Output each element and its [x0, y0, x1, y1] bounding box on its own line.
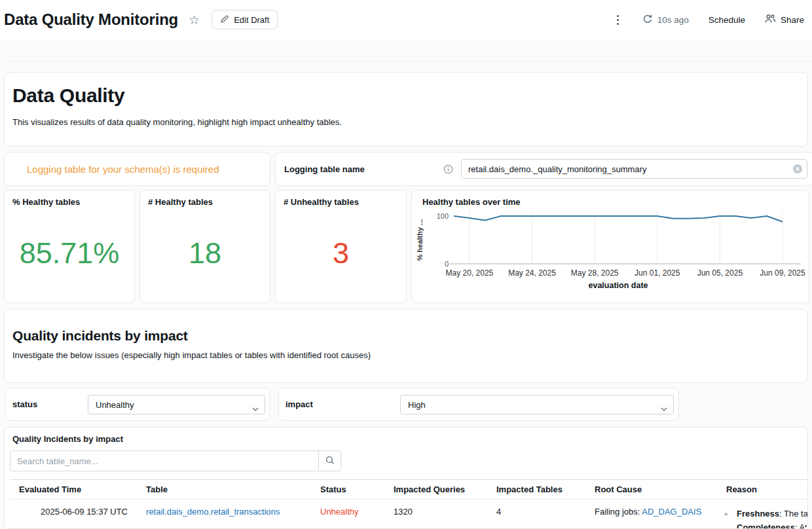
column-header[interactable]: Root Cause — [585, 480, 717, 499]
svg-text:% healthy ...: % healthy ... — [416, 219, 424, 261]
root-cause-text: Failing jobs: — [595, 507, 642, 517]
incidents-section-title: Quality incidents by impact — [12, 328, 800, 344]
kpi-card-num-unhealthy: # Unhealthy tables 3 — [275, 190, 407, 303]
kebab-menu-icon[interactable] — [613, 11, 623, 29]
status-filter-select[interactable]: Unhealthy — [88, 395, 265, 414]
edit-draft-label: Edit Draft — [234, 15, 269, 25]
svg-text:May 24, 2025: May 24, 2025 — [508, 268, 556, 278]
edit-draft-button[interactable]: Edit Draft — [212, 10, 278, 29]
search-button[interactable] — [319, 450, 341, 471]
logging-warning-text: Logging table for your schema(s) is requ… — [27, 164, 219, 175]
column-header[interactable]: Evaluated Time — [10, 480, 137, 499]
impact-filter-select[interactable]: High — [400, 395, 674, 414]
status-cell: Unhealthy — [311, 500, 384, 529]
impacted-tables-cell: 4 — [487, 500, 585, 529]
svg-text:May 20, 2025: May 20, 2025 — [446, 268, 494, 278]
column-header[interactable]: Table — [137, 480, 311, 499]
clear-input-icon[interactable] — [793, 164, 802, 173]
column-header[interactable]: Status — [311, 480, 384, 499]
reason-line: Completeness: At le — [737, 520, 808, 529]
svg-text:0: 0 — [445, 260, 449, 268]
refresh-status: 10s ago — [657, 15, 689, 25]
share-label: Share — [781, 15, 804, 25]
status-filter-card: status Unhealthy — [5, 388, 270, 421]
header-divider — [4, 61, 812, 62]
favorite-star-icon[interactable]: ☆ — [186, 11, 202, 29]
logging-table-input[interactable] — [461, 159, 807, 179]
refresh-button[interactable]: 10s ago — [642, 14, 689, 26]
refresh-icon — [642, 14, 653, 26]
incidents-table-card: Quality Incidents by impact Evaluated Ti… — [4, 427, 808, 529]
logging-table-card: Logging table name — [275, 152, 812, 186]
info-icon[interactable] — [443, 164, 453, 174]
page-title: Data Quality — [12, 84, 800, 107]
share-people-icon — [765, 14, 776, 26]
table-name-link[interactable]: retail.dais_demo.retail_transactions — [146, 507, 280, 517]
app-header: Data Quality Monitoring ☆ Edit Draft 10s… — [0, 0, 812, 39]
incidents-table: Evaluated Time Table Status Impacted Que… — [10, 479, 802, 529]
incidents-section-subtitle: Investigate the below issues (especially… — [12, 350, 800, 360]
column-header[interactable]: Reason — [717, 480, 808, 499]
incidents-section-card: Quality incidents by impact Investigate … — [4, 309, 808, 383]
dashboard-title: Data Quality Monitoring — [4, 10, 178, 29]
svg-text:evaluation date: evaluation date — [589, 281, 648, 290]
impact-filter-value: High — [408, 400, 426, 410]
svg-text:Jun 01, 2025: Jun 01, 2025 — [635, 268, 680, 278]
chevron-down-icon — [661, 403, 667, 413]
svg-text:100: 100 — [437, 212, 449, 220]
impact-filter-label: impact — [286, 399, 313, 409]
root-cause-cell: Failing jobs: AD_DAG_DAIS — [585, 500, 717, 529]
pencil-icon — [220, 14, 229, 26]
schedule-button[interactable]: Schedule — [709, 15, 745, 25]
share-button[interactable]: Share — [765, 14, 804, 26]
impact-filter-card: impact High — [278, 388, 679, 421]
column-header[interactable]: Impacted Tables — [487, 480, 585, 499]
expand-caret-icon[interactable]: ▸ — [725, 507, 728, 520]
logging-warning-card: Logging table for your schema(s) is requ… — [4, 152, 270, 186]
table-header-row: Evaluated Time Table Status Impacted Que… — [10, 479, 808, 500]
root-cause-job-link[interactable]: AD_DAG_DAIS — [642, 507, 701, 517]
reason-line: Freshness: The table — [737, 507, 808, 520]
table-search-input[interactable] — [10, 450, 319, 471]
table-row: 2025-06-09 15:37 UTC retail.dais_demo.re… — [10, 500, 808, 529]
status-filter-value: Unhealthy — [96, 400, 134, 410]
kpi-value: 3 — [276, 204, 406, 302]
kpi-card-num-healthy: # Healthy tables 18 — [139, 190, 270, 303]
intro-card: Data Quality This visualizes results of … — [4, 72, 808, 147]
page-description: This visualizes results of data quality … — [12, 117, 800, 127]
svg-text:Jun 05, 2025: Jun 05, 2025 — [697, 268, 743, 278]
logging-field-label: Logging table name — [284, 164, 443, 174]
table-search — [10, 450, 802, 471]
chevron-down-icon — [252, 403, 259, 413]
impacted-queries-cell: 1320 — [384, 500, 487, 529]
kpi-card-pct-healthy: % Healthy tables 85.71% — [4, 190, 135, 303]
svg-text:Jun 09, 2025: Jun 09, 2025 — [760, 268, 805, 278]
kpi-value: 85.71% — [5, 204, 134, 302]
dashboard-canvas: Data Quality Monitoring ☆ Edit Draft 10s… — [0, 0, 812, 529]
svg-text:May 28, 2025: May 28, 2025 — [571, 268, 619, 278]
healthy-tables-line-chart[interactable]: 0100May 20, 2025May 24, 2025May 28, 2025… — [413, 208, 806, 292]
header-actions: 10s ago Schedule Share — [613, 11, 804, 29]
incidents-table-title: Quality Incidents by impact — [5, 428, 807, 444]
reason-cell: ▸ Freshness: The table Completeness: At … — [717, 500, 808, 529]
evaluated-time-cell: 2025-06-09 15:37 UTC — [10, 500, 137, 529]
status-filter-label: status — [12, 399, 37, 409]
kpi-value: 18 — [140, 204, 270, 302]
search-icon — [325, 456, 335, 467]
column-header[interactable]: Impacted Queries — [384, 480, 487, 499]
chart-title: Healthy tables over time — [412, 191, 809, 207]
healthy-tables-chart-card: Healthy tables over time 0100May 20, 202… — [411, 190, 809, 303]
